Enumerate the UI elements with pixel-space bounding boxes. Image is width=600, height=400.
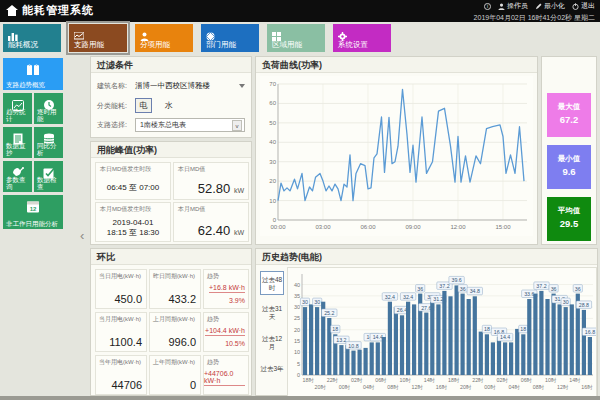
max-value-label: 最大值	[547, 102, 591, 112]
bar-value-label: 30	[314, 299, 320, 305]
ring-trend-cell: 趋势 +104.4 kW·h 10.5%	[203, 312, 249, 352]
svg-text:04时: 04时	[509, 384, 521, 390]
minimize-button[interactable]: 最小化	[535, 1, 565, 11]
svg-text:12时: 12时	[412, 384, 424, 390]
sidebar-item-branch-trend-overview[interactable]: 支路趋势概览	[3, 58, 63, 90]
bar	[388, 302, 392, 375]
bar-value-label: 34.8	[470, 288, 480, 294]
app-brand: 能耗管理系统	[6, 3, 94, 18]
ring-trend-delta: +16.8 kW·h	[209, 284, 245, 293]
bar-value-label: 18	[520, 326, 526, 332]
svg-text:14时: 14时	[424, 377, 436, 383]
sidebar-item-data-check[interactable]: 数据检查	[34, 161, 63, 192]
bar	[309, 304, 313, 375]
branch-select[interactable]: 1南楼东总电表 v	[135, 118, 245, 132]
user-menu[interactable]: 操作员	[498, 1, 528, 11]
sidebar-item-data-readout[interactable]: 数据直抄	[3, 127, 32, 158]
chevron-down-icon[interactable]	[239, 84, 245, 88]
tab-area-energy[interactable]: 区域用能	[267, 24, 325, 52]
ring-trend-pct: 3.9%	[229, 297, 245, 304]
sidebar-item-hourly-energy[interactable]: 逐时用能	[34, 93, 63, 124]
avg-value-badge: 平均值 29.5	[547, 197, 591, 241]
month-md-period-time: 18:15 至 18:30	[100, 227, 166, 238]
svg-text:02时: 02时	[351, 377, 363, 383]
svg-text:5: 5	[297, 361, 300, 367]
max-value-badge: 最大值 67.2	[547, 93, 591, 137]
ring-mid-label: 上年同期(kW·h)	[153, 358, 197, 367]
sidebar-item-parameter-query[interactable]: 参数查询	[3, 161, 32, 192]
bar	[406, 302, 410, 375]
ring-panel-title: 环比	[91, 249, 251, 265]
category-electric-button[interactable]: 电	[135, 98, 152, 113]
tab-department-energy[interactable]: 部门用能	[201, 24, 259, 52]
tab-energy-overview[interactable]: 能耗概况	[3, 24, 61, 52]
bar-value-label: 10.8	[348, 343, 358, 349]
bar	[351, 351, 355, 375]
svg-text:12: 12	[30, 206, 37, 212]
bar	[491, 342, 495, 375]
bar	[461, 294, 465, 375]
svg-text:35: 35	[294, 293, 300, 299]
svg-text:0: 0	[273, 217, 277, 223]
load-curve-svg: 01020304050607000:0003:0006:0009:0012:00…	[260, 76, 533, 236]
tab-label: 支路用能	[74, 40, 104, 50]
min-value-badge: 最小值 9.6	[547, 145, 591, 189]
day-md-unit: kW	[234, 187, 244, 194]
month-md-value: 62.40	[198, 223, 231, 238]
range-past-48h-button[interactable]: 过去48时	[260, 271, 284, 295]
bar	[339, 345, 343, 375]
day-md-label: 本日MD值	[178, 165, 244, 174]
svg-text:25: 25	[294, 315, 300, 321]
bar-value-label: 13.2	[336, 337, 346, 343]
ring-mid-value: 433.2	[168, 293, 196, 305]
bar-value-label: 18	[484, 326, 490, 332]
tab-category-energy[interactable]: 分项用能	[135, 24, 193, 52]
bar	[558, 304, 562, 375]
range-past-3y-button[interactable]: 过去3年	[260, 361, 284, 385]
svg-text:10时: 10时	[545, 377, 557, 383]
bar	[539, 291, 543, 375]
bar	[448, 296, 452, 375]
filter-panel: 过滤条件 建筑名称: 淄博一中西校区博雅楼 分类能耗: 电 水 支路选择: 1南…	[90, 56, 252, 138]
bar	[345, 345, 349, 375]
sidebar-collapse-handle[interactable]: ‹	[80, 228, 84, 243]
ring-left-label: 当年用电(kW·h)	[99, 358, 143, 367]
sidebar-item-label: 支路趋势概览	[6, 81, 61, 88]
ring-trend-delta: +44706.0 kW·h	[204, 370, 245, 386]
bar	[430, 302, 434, 375]
bar	[552, 294, 556, 375]
sidebar-item-trend-statistics[interactable]: 趋势统计	[3, 93, 32, 124]
bar-value-label: 27.6	[421, 305, 431, 311]
svg-text:40: 40	[294, 282, 300, 288]
bar-value-label: 36	[575, 286, 581, 292]
svg-text:09:00: 09:00	[405, 224, 421, 230]
svg-text:50: 50	[269, 120, 276, 126]
topbar-right: i 操作员 最小化 退出 2019年04月02日 16时41分02秒 星期二	[474, 1, 595, 23]
tab-system-settings[interactable]: 系统设置	[333, 24, 391, 52]
building-value[interactable]: 淄博一中西校区博雅楼	[135, 81, 210, 91]
bar	[521, 334, 525, 375]
bar	[582, 310, 586, 375]
bar-value-label: 36	[417, 286, 423, 292]
bar	[382, 337, 386, 375]
range-past-12m-button[interactable]: 过去12月	[260, 331, 284, 355]
svg-text:16时: 16时	[581, 384, 593, 390]
ring-left-cell: 当年用电(kW·h) 44706	[95, 355, 147, 395]
window-bottom-edge	[0, 396, 600, 400]
category-water-button[interactable]: 水	[160, 98, 177, 113]
logout-button[interactable]: 退出	[572, 1, 595, 11]
tab-branch-energy[interactable]: 支路用能	[69, 24, 127, 52]
info-icon[interactable]: i	[484, 3, 491, 10]
load-curve-panel: 负荷曲线(功率) 01020304050607000:0003:0006:000…	[255, 56, 538, 245]
bar	[412, 304, 416, 375]
min-value-label: 最小值	[547, 154, 591, 164]
logout-label: 退出	[581, 1, 595, 11]
sidebar-item-yoy-analysis[interactable]: 同比分析	[34, 127, 63, 158]
svg-text:06时: 06时	[375, 377, 387, 383]
range-past-31d-button[interactable]: 过去31天	[260, 301, 284, 325]
sidebar-item-label: 趋势统计	[6, 108, 30, 122]
main-tabs: 能耗概况 支路用能 分项用能 部门用能 区域用能 系统设置	[0, 24, 600, 54]
bar	[533, 294, 537, 375]
home-icon	[6, 5, 18, 16]
sidebar-item-non-workday-analysis[interactable]: 12 非工作日用能分析	[3, 195, 63, 229]
